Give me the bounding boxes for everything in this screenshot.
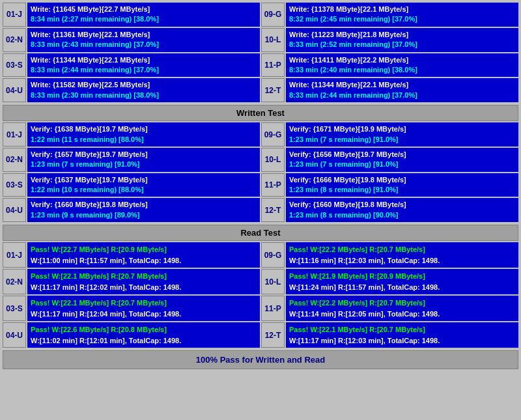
row-2: 03-SPass! W:[22.1 MByte/s] R:[20.7 MByte… xyxy=(3,296,518,321)
write-rows: 01-JWrite: {11645 MByte}[22.7 MByte/s]8:… xyxy=(3,3,518,102)
data-right-0: Pass! W:[22.2 MByte/s] R:[20.7 MByte/s]W… xyxy=(286,242,518,268)
label-right-0: 09-G xyxy=(261,242,285,268)
label-left-1: 02-N xyxy=(3,28,26,52)
row-0: 01-JVerify: {1638 MByte}[19.7 MByte/s]1:… xyxy=(3,122,518,147)
pass-section: 01-JPass! W:[22.7 MByte/s] R:[20.9 MByte… xyxy=(3,242,518,369)
data-left-2: Write: {11344 MByte}[22.1 MByte/s]8:33 m… xyxy=(27,53,260,77)
row-2: 03-SVerify: {1637 MByte}[19.7 MByte/s]1:… xyxy=(3,173,518,197)
data-left-1: Write: {11361 MByte}[22.1 MByte/s]8:33 m… xyxy=(27,28,260,52)
label-left-2: 03-S xyxy=(3,296,26,321)
label-right-3: 12-T xyxy=(261,78,285,102)
label-right-2: 11-P xyxy=(261,53,285,77)
data-right-3: Write: {11344 MByte}[22.1 MByte/s]8:33 m… xyxy=(286,78,518,102)
row-1: 02-NWrite: {11361 MByte}[22.1 MByte/s]8:… xyxy=(3,28,518,52)
label-right-3: 12-T xyxy=(261,322,285,348)
data-left-2: Verify: {1637 MByte}[19.7 MByte/s]1:22 m… xyxy=(27,173,260,197)
label-right-3: 12-T xyxy=(261,198,285,222)
data-left-0: Verify: {1638 MByte}[19.7 MByte/s]1:22 m… xyxy=(27,122,260,147)
data-right-1: Write: {11223 MByte}[21.8 MByte/s]8:33 m… xyxy=(286,28,518,52)
final-result-bar: 100% Pass for Written and Read xyxy=(3,350,518,369)
verify-section: 01-JVerify: {1638 MByte}[19.7 MByte/s]1:… xyxy=(3,122,518,241)
label-right-0: 09-G xyxy=(261,3,285,27)
data-left-0: Pass! W:[22.7 MByte/s] R:[20.9 MByte/s]W… xyxy=(27,242,260,268)
data-left-0: Write: {11645 MByte}[22.7 MByte/s]8:34 m… xyxy=(27,3,260,27)
label-left-0: 01-J xyxy=(3,3,26,27)
verify-rows: 01-JVerify: {1638 MByte}[19.7 MByte/s]1:… xyxy=(3,122,518,222)
data-left-3: Verify: {1660 MByte}[19.8 MByte/s]1:23 m… xyxy=(27,198,260,222)
data-right-1: Verify: {1656 MByte}[19.7 MByte/s]1:23 m… xyxy=(286,148,518,172)
data-right-1: Pass! W:[21.9 MByte/s] R:[20.9 MByte/s]W… xyxy=(286,269,518,294)
data-right-2: Verify: {1666 MByte}[19.8 MByte/s]1:23 m… xyxy=(286,173,518,197)
row-0: 01-JPass! W:[22.7 MByte/s] R:[20.9 MByte… xyxy=(3,242,518,268)
data-right-3: Verify: {1660 MByte}[19.8 MByte/s]1:23 m… xyxy=(286,198,518,222)
data-left-2: Pass! W:[22.1 MByte/s] R:[20.7 MByte/s]W… xyxy=(27,296,260,321)
label-left-3: 04-U xyxy=(3,322,26,348)
data-right-3: Pass! W:[22.1 MByte/s] R:[20.7 MByte/s]W… xyxy=(286,322,518,348)
label-left-1: 02-N xyxy=(3,269,26,294)
label-right-0: 09-G xyxy=(261,122,285,147)
row-1: 02-NVerify: {1657 MByte}[19.7 MByte/s]1:… xyxy=(3,148,518,172)
written-test-header: Written Test xyxy=(3,105,518,121)
label-left-0: 01-J xyxy=(3,242,26,268)
data-left-3: Pass! W:[22.6 MByte/s] R:[20.8 MByte/s]W… xyxy=(27,322,260,348)
label-left-0: 01-J xyxy=(3,122,26,147)
label-right-2: 11-P xyxy=(261,296,285,321)
main-container: 01-JWrite: {11645 MByte}[22.7 MByte/s]8:… xyxy=(0,0,521,373)
write-section: 01-JWrite: {11645 MByte}[22.7 MByte/s]8:… xyxy=(3,3,518,121)
data-right-0: Write: {11378 MByte}[22.1 MByte/s]8:32 m… xyxy=(286,3,518,27)
row-3: 04-UVerify: {1660 MByte}[19.8 MByte/s]1:… xyxy=(3,198,518,222)
data-right-2: Write: {11411 MByte}[22.2 MByte/s]8:33 m… xyxy=(286,53,518,77)
row-0: 01-JWrite: {11645 MByte}[22.7 MByte/s]8:… xyxy=(3,3,518,27)
row-2: 03-SWrite: {11344 MByte}[22.1 MByte/s]8:… xyxy=(3,53,518,77)
label-left-2: 03-S xyxy=(3,53,26,77)
label-right-1: 10-L xyxy=(261,269,285,294)
read-test-header: Read Test xyxy=(3,225,518,241)
data-right-0: Verify: {1671 MByte}[19.9 MByte/s]1:23 m… xyxy=(286,122,518,147)
pass-rows: 01-JPass! W:[22.7 MByte/s] R:[20.9 MByte… xyxy=(3,242,518,348)
label-left-3: 04-U xyxy=(3,78,26,102)
label-left-3: 04-U xyxy=(3,198,26,222)
label-left-2: 03-S xyxy=(3,173,26,197)
data-right-2: Pass! W:[22.2 MByte/s] R:[20.7 MByte/s]W… xyxy=(286,296,518,321)
row-3: 04-UWrite: {11582 MByte}[22.5 MByte/s]8:… xyxy=(3,78,518,102)
row-3: 04-UPass! W:[22.6 MByte/s] R:[20.8 MByte… xyxy=(3,322,518,348)
label-right-2: 11-P xyxy=(261,173,285,197)
data-left-1: Pass! W:[22.1 MByte/s] R:[20.7 MByte/s]W… xyxy=(27,269,260,294)
label-right-1: 10-L xyxy=(261,28,285,52)
label-right-1: 10-L xyxy=(261,148,285,172)
data-left-3: Write: {11582 MByte}[22.5 MByte/s]8:33 m… xyxy=(27,78,260,102)
label-left-1: 02-N xyxy=(3,148,26,172)
row-1: 02-NPass! W:[22.1 MByte/s] R:[20.7 MByte… xyxy=(3,269,518,294)
data-left-1: Verify: {1657 MByte}[19.7 MByte/s]1:23 m… xyxy=(27,148,260,172)
